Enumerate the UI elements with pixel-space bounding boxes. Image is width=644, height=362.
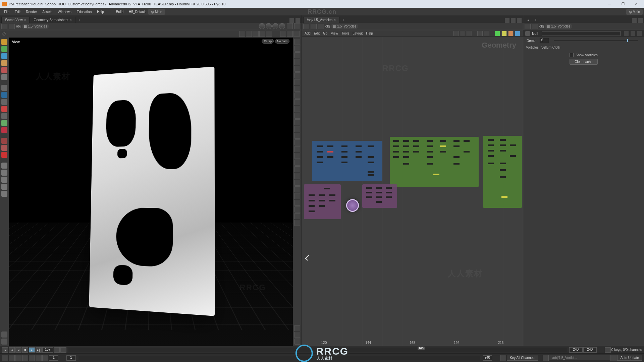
show-vorticles-checkbox[interactable]	[570, 53, 574, 57]
snapping-icon[interactable]	[266, 31, 272, 37]
parm-tab-label[interactable]: Vorticles | Vellum Cloth	[523, 44, 644, 51]
render-icon[interactable]	[280, 31, 286, 37]
play-icon[interactable]: ▸	[29, 347, 35, 353]
close-icon[interactable]: ×	[334, 18, 336, 22]
disp-ghost-icon[interactable]	[294, 86, 300, 92]
net-menu-help[interactable]: Help	[366, 32, 373, 35]
disp-opt-icon[interactable]	[294, 325, 300, 331]
disp-hide-icon[interactable]	[294, 93, 300, 99]
tool-cam-icon[interactable]	[1, 113, 7, 119]
tool-handle-icon[interactable]	[1, 99, 7, 105]
refresh-icon[interactable]	[15, 355, 21, 361]
maximize-button[interactable]: ❐	[617, 1, 629, 7]
disp-light-icon[interactable]	[294, 200, 300, 206]
pane-expand-icon[interactable]	[296, 18, 300, 23]
disp-normals-icon[interactable]	[294, 46, 300, 52]
no-cam-badge[interactable]: No cam	[275, 39, 289, 44]
nav-back-icon[interactable]	[303, 24, 309, 29]
realtime-icon[interactable]	[54, 347, 60, 353]
tool-rotate-icon[interactable]	[1, 53, 7, 59]
parm-gear-icon[interactable]	[637, 31, 642, 36]
tab-geometry-spreadsheet[interactable]: Geometry Spreadsheet×	[30, 17, 75, 23]
disp-material-icon[interactable]	[294, 220, 300, 226]
disp-numbers-icon[interactable]	[294, 52, 300, 58]
netbox-blue[interactable]	[312, 141, 382, 181]
tool-view-icon[interactable]	[1, 74, 7, 80]
play-back-icon[interactable]: ◂	[15, 347, 21, 353]
list-icon[interactable]	[460, 31, 465, 36]
disp-smooth-icon[interactable]	[294, 79, 300, 85]
tool-paint-icon[interactable]	[1, 177, 7, 183]
menu-assets[interactable]: Assets	[40, 9, 55, 15]
auto-key-icon[interactable]	[9, 355, 15, 361]
tool-move-icon[interactable]	[1, 46, 7, 52]
render-region-icon[interactable]	[287, 31, 293, 37]
disp-xray-icon[interactable]	[294, 99, 300, 105]
shelf-main[interactable]: ◎ Main	[148, 9, 165, 15]
disp-markers-icon[interactable]	[294, 59, 300, 65]
netbox-green-2[interactable]	[483, 136, 522, 208]
lock-icon[interactable]	[294, 23, 300, 29]
display-toggles[interactable]	[259, 23, 285, 30]
capture-icon[interactable]	[1, 331, 7, 338]
nav-back[interactable]: ◂	[525, 17, 532, 23]
pane-menu-icon[interactable]	[511, 18, 516, 23]
disp-shadow-icon[interactable]	[294, 206, 300, 213]
select-icon[interactable]	[239, 31, 245, 37]
pane-expand-icon[interactable]	[517, 18, 522, 23]
scope-icon[interactable]	[29, 355, 35, 361]
close-icon[interactable]: ×	[24, 18, 26, 22]
netbox-purple-2[interactable]	[362, 184, 397, 208]
tool-secure-icon[interactable]	[1, 92, 7, 98]
snapshot-icon[interactable]	[293, 31, 300, 37]
range-track[interactable]	[78, 356, 480, 360]
disp-points-icon[interactable]	[294, 39, 300, 45]
tool-scale-icon[interactable]	[1, 60, 7, 66]
disp-ao-icon[interactable]	[294, 213, 300, 219]
auto-update-dropdown[interactable]: Auto Update	[617, 355, 642, 361]
timeline-track[interactable]: 168	[68, 348, 567, 352]
parm-help-icon[interactable]	[631, 31, 635, 36]
tool-pose-icon[interactable]	[1, 67, 7, 73]
disp-hud-icon[interactable]	[294, 160, 300, 166]
add-tab-button[interactable]: +	[532, 17, 539, 23]
net-menu-edit[interactable]: Edit	[314, 32, 320, 35]
flag-render-icon[interactable]	[515, 31, 520, 36]
disp-bg-icon[interactable]	[294, 180, 300, 186]
cook-icon[interactable]	[610, 355, 616, 361]
tool-sculpt-icon[interactable]	[1, 170, 7, 176]
next-frame-icon[interactable]: ▸|	[36, 347, 42, 353]
disp-origin-icon[interactable]	[294, 133, 300, 139]
desktop-hsdefault[interactable]: H5_Default	[126, 9, 148, 15]
net-menu-tools[interactable]: Tools	[341, 32, 349, 35]
network-view[interactable]: Geometry	[302, 37, 523, 346]
key-all-channels-button[interactable]: Key All Channels	[507, 355, 538, 361]
disp-wireframe-icon[interactable]	[294, 66, 300, 72]
path-vorticles[interactable]: ▦ 1.5_Vorticles	[545, 24, 572, 29]
close-button[interactable]: ✕	[631, 1, 642, 7]
net-menu-add[interactable]: Add	[305, 32, 311, 35]
range-start2-field[interactable]: 1	[66, 355, 76, 361]
close-icon[interactable]: ×	[70, 18, 72, 22]
select-visible-icon[interactable]	[246, 31, 252, 37]
menu-render[interactable]: Render	[23, 9, 40, 15]
end-frame-field[interactable]: 240	[569, 347, 583, 353]
pane-link-icon[interactable]	[505, 18, 509, 23]
disp-menu-icon[interactable]	[294, 332, 300, 338]
disp-fg-icon[interactable]	[294, 186, 300, 192]
chev-left-icon[interactable]	[36, 355, 42, 361]
path-obj[interactable]: obj	[325, 24, 330, 28]
tool-mask-icon[interactable]	[1, 184, 7, 190]
demo-value-field[interactable]: 6	[540, 38, 549, 43]
minimize-button[interactable]: —	[604, 1, 615, 7]
prev-frame-icon[interactable]: ◂	[9, 347, 15, 353]
clear-cache-button[interactable]: Clear cache	[570, 59, 597, 65]
tool-muscle-icon[interactable]	[1, 138, 7, 144]
demo-slider[interactable]	[554, 40, 638, 41]
tool-magnet-icon[interactable]	[1, 152, 7, 158]
status-path[interactable]: /obj/1.5_Vorticl...	[549, 355, 610, 360]
disp-color-icon[interactable]	[294, 193, 300, 199]
nav-fwd-icon[interactable]	[311, 24, 317, 29]
dy-icon[interactable]	[22, 355, 28, 361]
nav-fwd-icon[interactable]	[9, 24, 15, 29]
